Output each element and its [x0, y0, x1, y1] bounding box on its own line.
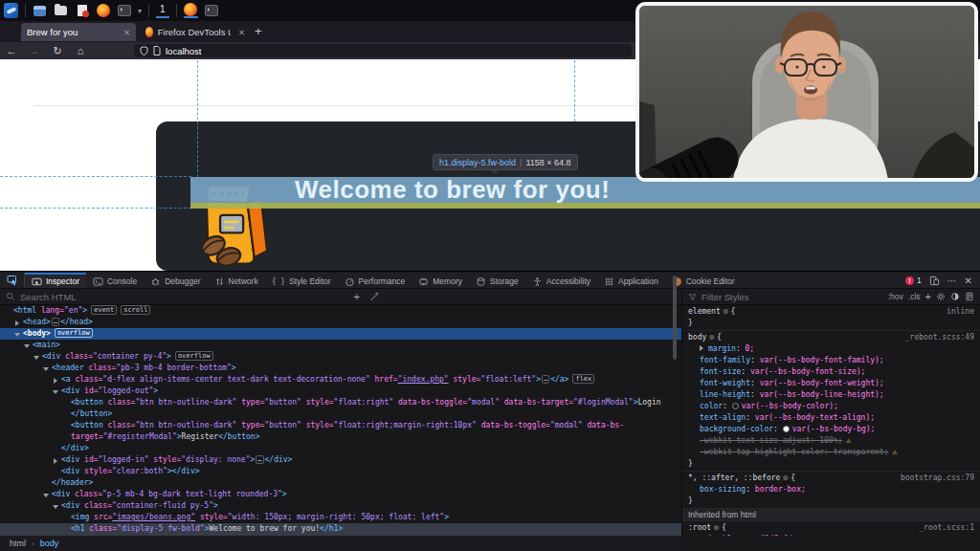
more-menu-icon[interactable]: ⋯: [947, 276, 957, 286]
breadcrumb-body[interactable]: body: [40, 539, 59, 548]
markup-row[interactable]: <div style="clear:both"></div>: [0, 466, 681, 477]
gear-icon[interactable]: ⚙: [714, 523, 719, 532]
window-icon[interactable]: [33, 4, 47, 18]
firefox-icon[interactable]: [96, 4, 110, 18]
markup-row[interactable]: </div>: [0, 443, 681, 454]
markup-row[interactable]: <header class="pb-3 mb-4 border-bottom">: [0, 363, 681, 374]
rule-selector[interactable]: body: [688, 333, 706, 342]
chevron-down-icon[interactable]: ▾: [138, 7, 142, 15]
markup-lk[interactable]: "index.php": [398, 375, 449, 384]
markup-row[interactable]: <button class="btn btn-outline-dark" typ…: [0, 420, 681, 431]
gear-icon[interactable]: ⚙: [709, 333, 714, 342]
css-declaration[interactable]: line-height: var(--bs-body-line-height);: [682, 389, 980, 401]
tab-debugger[interactable]: Debugger: [144, 273, 207, 288]
rule-selector[interactable]: element: [688, 307, 721, 316]
css-declaration[interactable]: text-align: var(--bs-body-text-align);: [682, 412, 980, 424]
rule-source-link[interactable]: bootstrap.css:79: [901, 473, 974, 484]
markup-row[interactable]: <h1 class="display-5 fw-bold">Welcome to…: [0, 523, 681, 535]
pick-element-button[interactable]: [0, 273, 25, 288]
markup-row[interactable]: <div class="container-fluid py-5">: [0, 500, 681, 512]
expand-value-icon[interactable]: [700, 345, 706, 351]
shield-icon[interactable]: [140, 46, 148, 55]
breadcrumb-html[interactable]: html: [10, 539, 26, 548]
css-declaration[interactable]: -webkit-tap-highlight-color: transparent…: [682, 447, 980, 458]
tab-console[interactable]: Console: [86, 273, 144, 288]
twisty-expanded-icon[interactable]: [43, 367, 49, 374]
css-declaration[interactable]: --bs-blue: #0d6efd;: [682, 534, 980, 536]
responsive-mode-icon[interactable]: [929, 276, 940, 286]
tab-accessibility[interactable]: Accessibility: [525, 273, 597, 288]
markup-row[interactable]: target="#registerModal">Register</button…: [0, 431, 681, 443]
filter-styles-bar[interactable]: :hov .cls +: [681, 289, 980, 304]
markup-row[interactable]: <div class="container py-4">overflow: [0, 351, 681, 363]
css-declaration[interactable]: -webkit-text-size-adjust: 100%;⚠: [682, 435, 980, 447]
twisty-expanded-icon[interactable]: [33, 356, 39, 363]
home-icon[interactable]: ⌂: [69, 45, 92, 56]
markup-row[interactable]: </button>: [0, 408, 681, 420]
markup-row[interactable]: <body>overflow: [0, 328, 681, 340]
rule-selector[interactable]: :root: [688, 523, 711, 532]
tab-application[interactable]: Application: [597, 273, 665, 288]
rule-source-link[interactable]: inline: [947, 306, 974, 318]
terminal-icon[interactable]: [117, 4, 131, 18]
class-toggle[interactable]: .cls: [908, 292, 921, 301]
twisty-expanded-icon[interactable]: [14, 333, 20, 340]
page-info-icon[interactable]: [153, 46, 161, 55]
twisty-expanded-icon[interactable]: [53, 390, 58, 397]
css-declaration[interactable]: box-sizing: border-box;: [682, 484, 980, 496]
css-declaration[interactable]: margin: 0;: [682, 343, 980, 355]
add-node-icon[interactable]: +: [354, 291, 360, 302]
twisty-collapsed-icon[interactable]: [54, 378, 60, 384]
markup-row[interactable]: <head>…</head>: [0, 317, 681, 328]
error-count-badge[interactable]: ! 1: [905, 276, 922, 285]
markup-row[interactable]: <div class="p-5 mb-4 bg-dark text-light …: [0, 489, 681, 500]
markup-scrollbar[interactable]: [673, 276, 677, 360]
pseudo-class-toggle[interactable]: :hov: [888, 292, 903, 301]
css-declaration[interactable]: font-size: var(--bs-body-font-size);: [682, 366, 980, 378]
markup-row[interactable]: <a class="d-flex align-items-center text…: [0, 374, 681, 386]
files-icon[interactable]: [54, 4, 68, 18]
eyedropper-icon[interactable]: [369, 292, 379, 301]
search-html-bar[interactable]: +: [0, 289, 681, 304]
url-bar[interactable]: localhost: [134, 44, 632, 57]
firefox-running-icon[interactable]: [184, 4, 198, 18]
markup-row[interactable]: <main>: [0, 340, 681, 351]
tab-storage[interactable]: Storage: [469, 273, 525, 288]
markup-row[interactable]: </header>: [0, 477, 681, 489]
tab-memory[interactable]: Memory: [412, 273, 469, 288]
forward-icon[interactable]: →: [23, 45, 46, 56]
css-declaration[interactable]: color: var(--bs-body-color);: [682, 401, 980, 412]
rule-source-link[interactable]: _reboot.scss:49: [905, 332, 974, 343]
new-tab-button[interactable]: +: [255, 24, 262, 38]
twisty-collapsed-icon[interactable]: [15, 320, 22, 326]
tab-performance[interactable]: Performance: [338, 273, 412, 288]
css-declaration[interactable]: font-weight: var(--bs-body-font-weight);: [682, 378, 980, 389]
twisty-expanded-icon[interactable]: [53, 505, 58, 512]
reload-icon[interactable]: ↻: [46, 45, 69, 57]
tab-brew-for-you[interactable]: Brew for you ✕: [21, 23, 136, 41]
add-rule-icon[interactable]: +: [925, 291, 931, 302]
close-devtools-icon[interactable]: ✕: [965, 276, 972, 286]
markup-row[interactable]: <div id="logged-out">: [0, 386, 681, 397]
rule-source-link[interactable]: _root.scss:1: [919, 522, 974, 534]
close-tab-icon[interactable]: ✕: [116, 28, 130, 37]
print-simulation-icon[interactable]: [965, 292, 974, 301]
search-html-input[interactable]: [20, 292, 676, 302]
launcher-icon[interactable]: [4, 4, 18, 18]
tab-devtools-docs[interactable]: Firefox DevTools User Do ✕: [140, 23, 251, 41]
gear-icon[interactable]: ⚙: [724, 307, 728, 316]
terminal-running-icon[interactable]: [205, 4, 219, 18]
twisty-expanded-icon[interactable]: [24, 344, 30, 351]
markup-row[interactable]: <div id="logged-in" style="display: none…: [0, 454, 681, 466]
color-swatch-icon[interactable]: [732, 403, 739, 409]
workspace-indicator[interactable]: 1: [156, 3, 169, 18]
markup-lk[interactable]: "images/beans.png": [112, 513, 195, 521]
css-declaration[interactable]: font-family: var(--bs-body-font-family);: [682, 355, 980, 366]
markup-row[interactable]: <html lang="en">eventscroll: [0, 305, 681, 317]
twisty-collapsed-icon[interactable]: [54, 458, 60, 464]
twisty-expanded-icon[interactable]: [43, 494, 49, 500]
document-icon[interactable]: [75, 4, 89, 18]
back-icon[interactable]: ←: [0, 45, 23, 56]
markup-row[interactable]: <img src="images/beans.png" style="width…: [0, 512, 681, 523]
tab-inspector[interactable]: Inspector: [25, 273, 86, 288]
